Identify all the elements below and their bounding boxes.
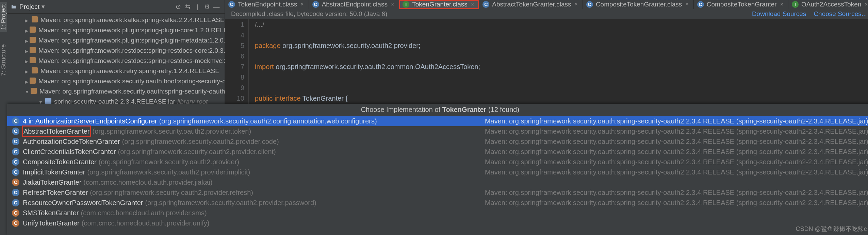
class-icon: C [12, 168, 19, 176]
project-tree[interactable]: Maven: org.springframework.kafka:spring-… [7, 14, 225, 104]
project-title: Project [19, 3, 39, 11]
download-sources-link[interactable]: Download Sources [752, 10, 806, 18]
impl-item[interactable]: CSMSTokenGranter (com.cmcc.homecloud.aut… [7, 208, 868, 218]
impl-item[interactable]: CUnifyTokenGranter (com.cmcc.homecloud.a… [7, 218, 868, 228]
impl-item[interactable]: CResourceOwnerPasswordTokenGranter (org.… [7, 198, 868, 208]
tree-row[interactable]: Maven: org.springframework.restdocs:spri… [7, 46, 225, 56]
close-icon[interactable]: × [471, 1, 474, 7]
code-body[interactable]: /.../package org.springframework.securit… [249, 19, 868, 104]
impl-item[interactable]: CAuthorizationCodeTokenGranter (org.spri… [7, 136, 868, 147]
close-icon[interactable]: × [575, 1, 578, 7]
editor-tabs[interactable]: CTokenEndpoint.class×CAbstractEndpoint.c… [225, 0, 868, 9]
tree-row[interactable]: Maven: org.springframework.security.oaut… [7, 86, 225, 97]
close-icon[interactable]: × [780, 1, 783, 7]
interface-icon: I [792, 1, 799, 8]
code-editor[interactable]: 145678910 /.../package org.springframewo… [225, 19, 868, 104]
project-panel: Project ▾ ⊙ ⇆ | ⚙ — Maven: org.springfra… [7, 0, 225, 104]
class-icon: C [12, 219, 19, 227]
class-icon: C [12, 199, 19, 206]
tree-row[interactable]: Maven: org.springframework.plugin:spring… [7, 35, 225, 46]
tree-row[interactable]: Maven: org.springframework.plugin:spring… [7, 25, 225, 35]
impl-item[interactable]: CClientCredentialsTokenGranter (org.spri… [7, 147, 868, 157]
tree-row[interactable]: Maven: org.springframework.kafka:spring-… [7, 15, 225, 25]
class-icon: C [586, 1, 593, 8]
banner-message: Decompiled .class file, bytecode version… [231, 10, 387, 18]
class-icon: C [12, 128, 19, 135]
tab-abstractendpoint-class[interactable]: CAbstractEndpoint.class× [309, 0, 399, 9]
tool-structure[interactable]: 7: Structure [0, 42, 7, 78]
tab-compositetokengranter[interactable]: CCompositeTokenGranter× [694, 0, 788, 9]
class-icon: C [12, 179, 19, 186]
divider-icon: | [193, 3, 202, 11]
close-icon[interactable]: × [391, 1, 394, 7]
gutter: 145678910 [225, 19, 249, 104]
folder-icon [11, 4, 17, 10]
impl-item[interactable]: CRefreshTokenGranter (org.springframewor… [7, 187, 868, 198]
class-icon: C [312, 1, 319, 8]
impl-item[interactable]: CAbstractTokenGranter (org.springframewo… [7, 126, 868, 136]
tree-row[interactable]: Maven: org.springframework.retry:spring-… [7, 66, 225, 76]
impl-item[interactable]: CJiakaiTokenGranter (com.cmcc.homecloud.… [7, 177, 868, 187]
hide-icon[interactable]: — [212, 3, 221, 11]
tree-row[interactable]: Maven: org.springframework.restdocs:spri… [7, 56, 225, 66]
tab-tokenendpoint-class[interactable]: CTokenEndpoint.class× [225, 0, 309, 9]
tab-oauth2accesstoken[interactable]: IOAuth2AccessToken× [788, 0, 868, 9]
class-icon: C [482, 1, 489, 8]
close-icon[interactable]: × [685, 1, 688, 7]
class-icon: C [12, 138, 19, 145]
decompiled-banner: Decompiled .class file, bytecode version… [225, 9, 868, 19]
class-icon: C [697, 1, 704, 8]
choose-implementation-popup[interactable]: Choose Implementation of TokenGranter (1… [7, 104, 868, 235]
tab-compositetokengranter-class[interactable]: CCompositeTokenGranter.class× [583, 0, 694, 9]
impl-item[interactable]: C4 in AuthorizationServerEndpointsConfig… [7, 116, 868, 126]
class-icon: C [12, 209, 19, 217]
tree-row[interactable]: spring-security-oauth2-2.3.4.RELEASE.jar… [7, 97, 225, 104]
class-icon: C [12, 117, 19, 125]
popup-title: Choose Implementation of TokenGranter (1… [7, 104, 868, 116]
expand-icon[interactable]: ⇆ [183, 3, 193, 11]
implementation-list[interactable]: C4 in AuthorizationServerEndpointsConfig… [7, 116, 868, 235]
choose-sources-link[interactable]: Choose Sources... [814, 10, 867, 18]
close-icon[interactable]: × [865, 1, 868, 7]
tab-tokengranter-class[interactable]: ITokenGranter.class× [399, 0, 479, 9]
impl-item[interactable]: CCompositeTokenGranter (org.springframew… [7, 157, 868, 167]
class-icon: C [12, 158, 19, 166]
impl-item[interactable]: CImplicitTokenGranter (org.springframewo… [7, 167, 868, 177]
tool-project[interactable]: 1: Project [0, 2, 7, 32]
tab-abstracttokengranter-class[interactable]: CAbstractTokenGranter.class× [479, 0, 583, 9]
class-icon: C [228, 1, 235, 8]
gear-icon[interactable]: ⚙ [202, 3, 212, 11]
chevron-down-icon[interactable]: ▾ [42, 3, 45, 11]
close-icon[interactable]: × [300, 1, 304, 7]
watermark: CSDN @鲨鱼辣椒不吃辣c [796, 225, 867, 233]
tree-row[interactable]: Maven: org.springframework.security.oaut… [7, 76, 225, 86]
interface-icon: I [403, 1, 409, 8]
class-icon: C [12, 148, 19, 155]
class-icon: C [12, 189, 19, 196]
left-tool-strip[interactable]: 1: Project 7: Structure [0, 0, 7, 235]
select-opened-file-icon[interactable]: ⊙ [174, 3, 183, 11]
